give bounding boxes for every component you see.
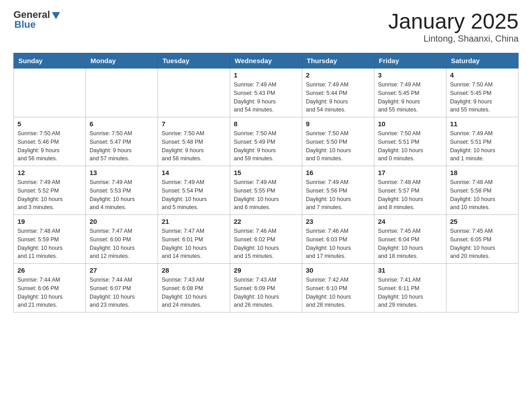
day-info: Sunrise: 7:48 AM Sunset: 5:59 PM Dayligh… [17,227,82,261]
calendar-cell: 23Sunrise: 7:46 AM Sunset: 6:03 PM Dayli… [302,215,374,264]
day-number: 1 [234,71,298,79]
calendar-cell [14,68,86,117]
calendar-cell: 27Sunrise: 7:44 AM Sunset: 6:07 PM Dayli… [86,264,158,313]
day-number: 3 [378,71,442,79]
calendar-cell: 2Sunrise: 7:49 AM Sunset: 5:44 PM Daylig… [302,68,374,117]
calendar-cell: 16Sunrise: 7:49 AM Sunset: 5:56 PM Dayli… [302,166,374,215]
day-info: Sunrise: 7:45 AM Sunset: 6:04 PM Dayligh… [378,227,442,261]
page-header: General Blue January 2025 Lintong, Shaan… [13,9,519,44]
day-number: 22 [234,218,298,225]
day-info: Sunrise: 7:42 AM Sunset: 6:10 PM Dayligh… [306,276,370,309]
day-info: Sunrise: 7:49 AM Sunset: 5:43 PM Dayligh… [234,81,298,114]
calendar-day-header: Wednesday [230,53,302,68]
day-number: 31 [378,266,442,274]
day-info: Sunrise: 7:44 AM Sunset: 6:07 PM Dayligh… [90,276,154,309]
calendar-header-row: SundayMondayTuesdayWednesdayThursdayFrid… [14,53,519,68]
calendar-cell: 21Sunrise: 7:47 AM Sunset: 6:01 PM Dayli… [158,215,230,264]
day-info: Sunrise: 7:50 AM Sunset: 5:48 PM Dayligh… [162,129,226,163]
calendar-cell: 4Sunrise: 7:50 AM Sunset: 5:45 PM Daylig… [446,68,519,117]
calendar-cell: 3Sunrise: 7:49 AM Sunset: 5:45 PM Daylig… [374,68,446,117]
day-number: 10 [378,120,442,128]
day-number: 27 [90,266,154,274]
day-info: Sunrise: 7:49 AM Sunset: 5:54 PM Dayligh… [162,178,226,212]
day-number: 23 [306,218,370,225]
day-info: Sunrise: 7:47 AM Sunset: 6:00 PM Dayligh… [90,227,154,261]
day-info: Sunrise: 7:50 AM Sunset: 5:51 PM Dayligh… [378,129,442,163]
calendar-cell: 14Sunrise: 7:49 AM Sunset: 5:54 PM Dayli… [158,166,230,215]
day-info: Sunrise: 7:46 AM Sunset: 6:03 PM Dayligh… [306,227,370,261]
day-info: Sunrise: 7:49 AM Sunset: 5:45 PM Dayligh… [378,81,442,114]
calendar-cell [86,68,158,117]
day-number: 11 [450,120,515,128]
calendar-cell: 17Sunrise: 7:48 AM Sunset: 5:57 PM Dayli… [374,166,446,215]
day-number: 6 [90,120,154,128]
calendar-week-row: 1Sunrise: 7:49 AM Sunset: 5:43 PM Daylig… [14,68,519,117]
day-info: Sunrise: 7:41 AM Sunset: 6:11 PM Dayligh… [378,276,442,309]
day-info: Sunrise: 7:48 AM Sunset: 5:57 PM Dayligh… [378,178,442,212]
day-info: Sunrise: 7:43 AM Sunset: 6:08 PM Dayligh… [162,276,226,309]
day-info: Sunrise: 7:43 AM Sunset: 6:09 PM Dayligh… [234,276,298,309]
day-number: 5 [17,120,82,128]
day-number: 29 [234,266,298,274]
day-info: Sunrise: 7:50 AM Sunset: 5:46 PM Dayligh… [17,129,82,163]
day-info: Sunrise: 7:44 AM Sunset: 6:06 PM Dayligh… [17,276,82,309]
calendar-cell: 5Sunrise: 7:50 AM Sunset: 5:46 PM Daylig… [14,117,86,166]
calendar-week-row: 5Sunrise: 7:50 AM Sunset: 5:46 PM Daylig… [14,117,519,166]
calendar-cell: 13Sunrise: 7:49 AM Sunset: 5:53 PM Dayli… [86,166,158,215]
calendar-cell [158,68,230,117]
logo-blue-text: Blue [14,19,36,30]
day-number: 8 [234,120,298,128]
day-number: 19 [17,218,82,225]
calendar-cell: 20Sunrise: 7:47 AM Sunset: 6:00 PM Dayli… [86,215,158,264]
day-number: 17 [378,169,442,176]
day-info: Sunrise: 7:50 AM Sunset: 5:45 PM Dayligh… [450,81,515,114]
calendar-cell: 25Sunrise: 7:45 AM Sunset: 6:05 PM Dayli… [446,215,519,264]
day-info: Sunrise: 7:49 AM Sunset: 5:55 PM Dayligh… [234,178,298,212]
calendar-cell: 15Sunrise: 7:49 AM Sunset: 5:55 PM Dayli… [230,166,302,215]
calendar-cell: 1Sunrise: 7:49 AM Sunset: 5:43 PM Daylig… [230,68,302,117]
day-number: 26 [17,266,82,274]
day-number: 25 [450,218,515,225]
calendar-cell: 31Sunrise: 7:41 AM Sunset: 6:11 PM Dayli… [374,264,446,313]
calendar-subtitle: Lintong, Shaanxi, China [388,34,519,44]
calendar-day-header: Sunday [14,53,86,68]
calendar-cell: 10Sunrise: 7:50 AM Sunset: 5:51 PM Dayli… [374,117,446,166]
calendar-cell: 30Sunrise: 7:42 AM Sunset: 6:10 PM Dayli… [302,264,374,313]
calendar-cell: 29Sunrise: 7:43 AM Sunset: 6:09 PM Dayli… [230,264,302,313]
calendar-cell: 11Sunrise: 7:49 AM Sunset: 5:51 PM Dayli… [446,117,519,166]
day-number: 2 [306,71,370,79]
day-number: 21 [162,218,226,225]
day-number: 4 [450,71,515,79]
calendar-cell: 6Sunrise: 7:50 AM Sunset: 5:47 PM Daylig… [86,117,158,166]
calendar-cell: 28Sunrise: 7:43 AM Sunset: 6:08 PM Dayli… [158,264,230,313]
day-info: Sunrise: 7:50 AM Sunset: 5:50 PM Dayligh… [306,129,370,163]
calendar-cell: 9Sunrise: 7:50 AM Sunset: 5:50 PM Daylig… [302,117,374,166]
day-info: Sunrise: 7:45 AM Sunset: 6:05 PM Dayligh… [450,227,515,261]
day-number: 30 [306,266,370,274]
calendar-cell [446,264,519,313]
calendar-day-header: Saturday [446,53,519,68]
day-info: Sunrise: 7:49 AM Sunset: 5:56 PM Dayligh… [306,178,370,212]
day-number: 20 [90,218,154,225]
calendar-week-row: 26Sunrise: 7:44 AM Sunset: 6:06 PM Dayli… [14,264,519,313]
day-number: 16 [306,169,370,176]
day-info: Sunrise: 7:50 AM Sunset: 5:47 PM Dayligh… [90,129,154,163]
day-info: Sunrise: 7:47 AM Sunset: 6:01 PM Dayligh… [162,227,226,261]
calendar-table: SundayMondayTuesdayWednesdayThursdayFrid… [13,53,519,313]
calendar-day-header: Thursday [302,53,374,68]
calendar-day-header: Monday [86,53,158,68]
calendar-cell: 24Sunrise: 7:45 AM Sunset: 6:04 PM Dayli… [374,215,446,264]
title-section: January 2025 Lintong, Shaanxi, China [388,9,519,44]
calendar-cell: 26Sunrise: 7:44 AM Sunset: 6:06 PM Dayli… [14,264,86,313]
calendar-cell: 22Sunrise: 7:46 AM Sunset: 6:02 PM Dayli… [230,215,302,264]
day-number: 12 [17,169,82,176]
calendar-cell: 19Sunrise: 7:48 AM Sunset: 5:59 PM Dayli… [14,215,86,264]
day-info: Sunrise: 7:48 AM Sunset: 5:58 PM Dayligh… [450,178,515,212]
day-number: 15 [234,169,298,176]
day-number: 28 [162,266,226,274]
day-info: Sunrise: 7:49 AM Sunset: 5:51 PM Dayligh… [450,129,515,163]
logo: General Blue [13,9,60,30]
day-info: Sunrise: 7:49 AM Sunset: 5:44 PM Dayligh… [306,81,370,114]
calendar-day-header: Friday [374,53,446,68]
calendar-title: January 2025 [388,9,519,34]
